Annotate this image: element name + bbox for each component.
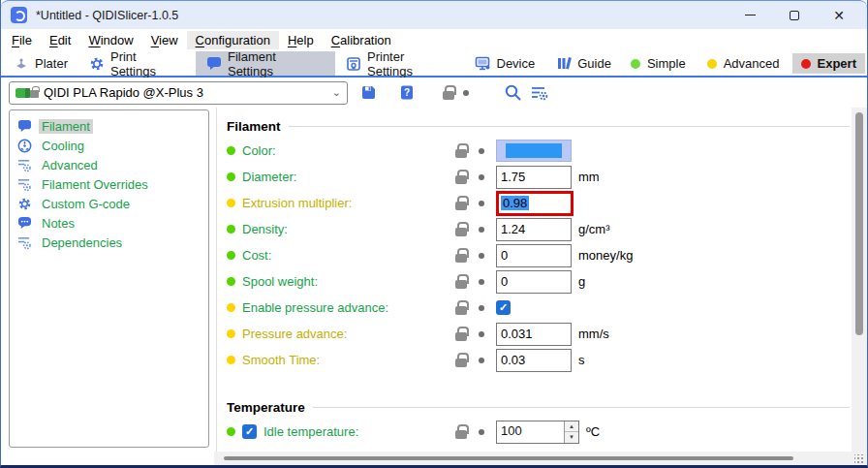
mode-dot-icon: [227, 172, 235, 181]
lock-icon[interactable]: [455, 274, 467, 289]
cost-input[interactable]: [496, 244, 572, 267]
close-icon: ✕: [833, 9, 845, 22]
app-logo-icon: [11, 7, 27, 23]
sidebar-item-filament-overrides[interactable]: Filament Overrides: [10, 174, 208, 194]
horizontal-scrollbar-thumb[interactable]: [224, 456, 793, 460]
pressure-advance-input[interactable]: [496, 323, 572, 346]
help-icon: ?: [399, 84, 415, 101]
lock-icon[interactable]: [455, 248, 467, 263]
vertical-scrollbar-thumb[interactable]: [855, 112, 863, 335]
setting-row-extrusion-multiplier: Extrusion multiplier: 0.98: [227, 190, 867, 216]
sidebar-item-cooling[interactable]: Cooling: [10, 136, 208, 155]
tab-guide[interactable]: Guide: [545, 51, 622, 76]
menu-configuration[interactable]: Configuration: [187, 31, 279, 49]
save-preset-button[interactable]: [360, 81, 377, 105]
lock-icon[interactable]: [455, 353, 467, 367]
sidebar-item-notes[interactable]: Notes: [10, 213, 208, 233]
menu-window[interactable]: Window: [79, 31, 141, 49]
vertical-scrollbar[interactable]: [852, 108, 867, 452]
setting-row-smooth-time: Smooth Time: s: [227, 347, 867, 373]
fan-icon: [17, 139, 32, 153]
search-button[interactable]: [504, 81, 522, 105]
density-input[interactable]: [496, 218, 572, 241]
preset-lock-icon: [30, 90, 39, 98]
sidebar-item-filament[interactable]: Filament: [10, 116, 208, 136]
save-icon: [360, 84, 377, 101]
revert-dot-icon[interactable]: [479, 201, 484, 206]
menu-edit[interactable]: Edit: [41, 31, 79, 49]
lock-icon[interactable]: [455, 300, 467, 315]
revert-dot-icon[interactable]: [479, 331, 484, 337]
revert-dot-icon[interactable]: [479, 148, 484, 154]
spool-weight-input[interactable]: [496, 270, 572, 294]
tab-device[interactable]: Device: [464, 51, 546, 76]
color-swatch-button[interactable]: [496, 140, 572, 162]
revert-dot-icon[interactable]: [479, 253, 484, 259]
revert-dot-icon[interactable]: [479, 429, 484, 435]
revert-dot-icon[interactable]: [479, 305, 484, 311]
lock-icon[interactable]: [455, 196, 467, 210]
section-header-filament: Filament: [227, 119, 867, 134]
sidebar-item-advanced[interactable]: Advanced: [10, 155, 208, 174]
books-icon: [556, 56, 572, 71]
mode-dot-icon: [227, 225, 235, 234]
setting-row-pressure-advance: Pressure advance: mm/s: [227, 321, 867, 347]
chat-dots-icon: [17, 216, 32, 230]
lock-icon[interactable]: [455, 424, 467, 439]
enable-pressure-advance-checkbox[interactable]: ✓: [496, 300, 511, 315]
idle-temperature-checkbox[interactable]: ✓: [242, 424, 257, 439]
simple-mode-dot-icon: [631, 59, 640, 69]
mode-expert[interactable]: Expert: [792, 53, 865, 74]
revert-dot-icon[interactable]: [479, 358, 484, 363]
lock-icon[interactable]: [455, 327, 467, 341]
sidebar-item-dependencies[interactable]: Dependencies: [10, 233, 208, 252]
mode-advanced[interactable]: Advanced: [698, 53, 789, 74]
horizontal-scrollbar[interactable]: [214, 452, 867, 465]
spin-down-icon[interactable]: ▼: [565, 432, 578, 443]
close-button[interactable]: ✕: [817, 2, 861, 29]
smooth-time-input[interactable]: [496, 349, 572, 372]
lock-icon[interactable]: [455, 222, 467, 236]
mode-dot-icon: [227, 146, 235, 155]
spin-up-icon[interactable]: ▲: [565, 421, 578, 433]
revert-dot-icon[interactable]: [479, 279, 484, 285]
help-button[interactable]: ?: [399, 81, 415, 105]
filament-bubble-icon: [206, 56, 222, 71]
setting-row-cost: Cost: money/kg: [227, 242, 867, 268]
diameter-input[interactable]: [496, 166, 572, 189]
mode-dot-icon: [227, 427, 235, 436]
extrusion-multiplier-input[interactable]: 0.98: [496, 191, 574, 216]
menu-view[interactable]: View: [142, 31, 187, 49]
menu-file[interactable]: File: [3, 31, 41, 49]
settings-list-icon: [530, 84, 548, 101]
tab-print-settings[interactable]: Print Settings: [78, 51, 196, 76]
app-window: *Untitled - QIDISlicer-1.0.5 ✕ File Edit…: [0, 0, 868, 468]
tab-plater[interactable]: Plater: [3, 51, 78, 76]
sidebar-item-custom-gcode[interactable]: Custom G-code: [10, 194, 208, 213]
expert-mode-dot-icon: [801, 59, 811, 69]
revert-dot-icon[interactable]: [479, 174, 484, 180]
minimize-button[interactable]: [728, 2, 772, 29]
revert-dot-icon[interactable]: [463, 90, 469, 96]
lock-icon[interactable]: [455, 170, 467, 184]
maximize-button[interactable]: [772, 2, 817, 29]
tab-filament-settings[interactable]: Filament Settings: [196, 51, 335, 76]
section-header-temperature: Temperature: [227, 400, 867, 415]
color-swatch: [506, 143, 562, 158]
resize-grip-icon[interactable]: [854, 454, 864, 464]
minimize-icon: [745, 15, 756, 16]
mode-dot-icon: [227, 277, 235, 286]
revert-dot-icon[interactable]: [479, 227, 484, 233]
device-monitor-icon: [475, 56, 491, 71]
list-gear-icon: [17, 235, 32, 250]
idle-temperature-spinner[interactable]: 100 ▲ ▼: [496, 421, 579, 444]
lock-toggle-button[interactable]: [443, 81, 454, 105]
mode-dot-icon: [227, 199, 235, 207]
tab-printer-settings[interactable]: Printer Settings: [335, 51, 464, 76]
preset-combobox[interactable]: QIDI PLA Rapido @X-Plus 3 ⌄: [9, 81, 348, 105]
menu-help[interactable]: Help: [279, 31, 323, 49]
lock-icon[interactable]: [455, 143, 467, 158]
settings-compare-button[interactable]: [530, 81, 548, 105]
mode-simple[interactable]: Simple: [622, 53, 695, 74]
menu-calibration[interactable]: Calibration: [323, 31, 400, 49]
